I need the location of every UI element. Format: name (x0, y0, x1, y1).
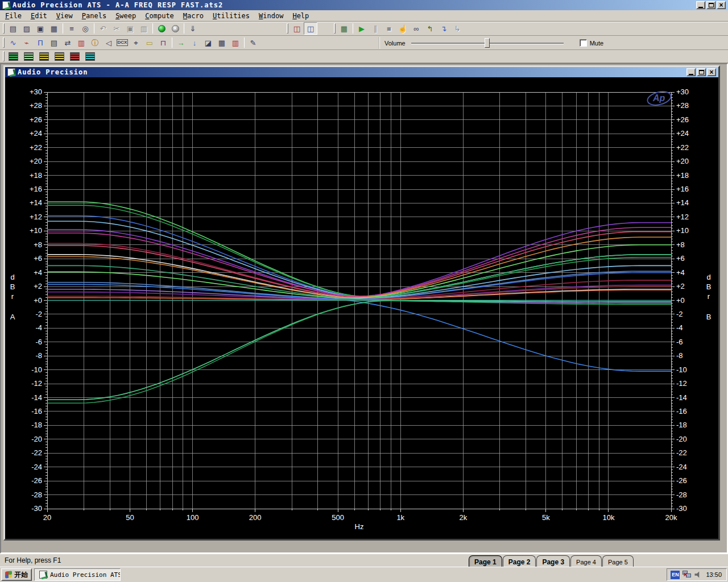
taskbar-task-button[interactable]: Audio Precision ATS... (34, 568, 121, 581)
bar-graph-button[interactable]: ▥ (229, 36, 242, 49)
graph-display-button[interactable]: ◪ (201, 36, 215, 49)
x-tick-label: 1k (396, 513, 404, 522)
sweep-stop-button[interactable]: ■ (382, 22, 396, 35)
status-info-button[interactable]: ⓘ (88, 36, 102, 49)
toolbar-gripper[interactable] (3, 51, 5, 61)
monitor-a-button[interactable]: ◫ (290, 22, 304, 35)
y-tick-label-right: -26 (676, 476, 687, 485)
task-app-icon (39, 571, 47, 579)
paste-button[interactable]: ▥ (137, 22, 151, 35)
page-tabs: Page 1Page 2Page 3Page 4Page 5 (469, 555, 634, 567)
sweep-go-button[interactable]: ▶ (355, 22, 369, 35)
wave-tool-icon: ⌁ (24, 39, 29, 47)
menu-help[interactable]: Help (288, 11, 313, 21)
pan-hand-button[interactable]: ☝ (396, 22, 410, 35)
open-button[interactable]: ▨ (20, 22, 34, 35)
monitor-b-button[interactable]: ◫ (304, 22, 317, 35)
y-tick-label-right: -4 (676, 323, 683, 332)
menu-compute[interactable]: Compute (141, 11, 178, 21)
sweep-pause-button[interactable]: ∥ (369, 22, 382, 35)
tab-page-3[interactable]: Page 3 (536, 555, 570, 567)
tab-page-1[interactable]: Page 1 (469, 555, 502, 567)
menu-sweep[interactable]: Sweep (111, 11, 140, 21)
switcher-button[interactable]: ⌖ (129, 36, 143, 49)
start-button[interactable] (155, 22, 168, 35)
report-editor-button[interactable]: ✎ (246, 36, 260, 49)
volume-slider[interactable] (411, 38, 564, 48)
menu-view[interactable]: View (52, 11, 77, 21)
menu-file[interactable]: File (1, 11, 26, 21)
stop-button[interactable]: × (168, 22, 182, 35)
regulate-1-button[interactable]: ↰ (423, 22, 437, 35)
toolbar-gripper[interactable] (3, 23, 5, 34)
tab-page-4[interactable]: Page 4 (570, 555, 602, 567)
sweep-panel-button[interactable]: ▭ (143, 36, 156, 49)
network-offline-icon[interactable]: × (682, 571, 692, 579)
workspace-4-icon (55, 52, 64, 61)
taskbar-clock: 13:50 (705, 571, 722, 578)
save-button[interactable]: ▣ (34, 22, 47, 35)
regulate-3-button[interactable]: ↳ (450, 22, 464, 35)
digital-generator-button[interactable]: Π (34, 36, 47, 49)
new-button[interactable]: ▤ (6, 22, 20, 35)
regulate-2-button[interactable]: ↴ (437, 22, 450, 35)
language-indicator[interactable]: EN (671, 571, 680, 579)
toolbar-gripper[interactable] (334, 23, 336, 34)
settling-button[interactable]: ▥ (75, 36, 88, 49)
mute-checkbox[interactable] (580, 39, 587, 47)
close-icon[interactable]: × (717, 1, 726, 9)
pan-hand-icon: ☝ (398, 25, 407, 32)
undo-button[interactable]: ↶ (96, 22, 110, 35)
workspace-2-button[interactable] (22, 50, 35, 63)
go-arrow-button[interactable]: → (174, 36, 188, 49)
digital-io-button[interactable]: ⇄ (61, 36, 75, 49)
append-arrow-button[interactable]: ↓ (188, 36, 201, 49)
tab-page-2[interactable]: Page 2 (503, 555, 536, 567)
y-tick-label-right: +28 (676, 101, 689, 110)
maximize-icon[interactable] (706, 1, 715, 9)
print-button[interactable]: ≡ (65, 22, 78, 35)
workspace-1-button[interactable] (6, 50, 20, 63)
menu-panels[interactable]: Panels (78, 11, 110, 21)
workspace-6-icon (85, 52, 95, 61)
workspace-3-button[interactable] (37, 50, 51, 63)
inner-titlebar[interactable]: Audio Precision × (5, 67, 718, 77)
panel-setup-button[interactable]: ▦ (337, 22, 351, 35)
save-all-button[interactable]: ▦ (47, 22, 61, 35)
export-button[interactable]: ⇓ (186, 22, 200, 35)
monitors-glasses-button[interactable]: ∞ (410, 22, 423, 35)
analog-generator-icon: ∿ (10, 39, 16, 47)
cut-button[interactable]: ✂ (110, 22, 123, 35)
toolbar-separator (353, 23, 353, 34)
minimize-icon[interactable] (696, 1, 705, 9)
menu-edit[interactable]: Edit (27, 11, 51, 21)
toolbar-gripper[interactable] (287, 23, 288, 34)
inner-maximize-icon[interactable] (697, 68, 706, 76)
y-axis-label: r (708, 292, 710, 301)
wave-tool-button[interactable]: ⌁ (20, 36, 34, 49)
workspace-4-button[interactable] (52, 50, 66, 63)
menu-utilities[interactable]: Utilities (209, 11, 254, 21)
workspace-6-button[interactable] (83, 50, 97, 63)
speaker-monitor-button[interactable]: ◁ (102, 36, 115, 49)
print-preview-button[interactable]: ◎ (78, 22, 92, 35)
copy-button[interactable]: ▣ (123, 22, 137, 35)
toolbar-gripper[interactable] (3, 38, 5, 48)
start-button[interactable]: 开始 (1, 568, 32, 581)
dcx-panel-button[interactable]: DCX (115, 36, 129, 49)
monitor-b-icon: ◫ (307, 25, 314, 32)
inner-minimize-icon[interactable] (686, 68, 696, 76)
workspace-5-button[interactable] (68, 50, 81, 63)
analyzer-button[interactable]: ▤ (47, 36, 61, 49)
digital-analyzer-button[interactable]: ⊓ (156, 36, 170, 49)
tab-page-5[interactable]: Page 5 (602, 555, 634, 567)
windows-flag-icon (5, 571, 12, 578)
menu-macro[interactable]: Macro (179, 11, 208, 21)
y-tick-label-right: -12 (676, 379, 687, 388)
analog-generator-button[interactable]: ∿ (6, 36, 20, 49)
data-editor-button[interactable]: ▦ (215, 36, 229, 49)
volume-thumb[interactable] (485, 38, 490, 48)
inner-close-icon[interactable]: × (707, 68, 716, 76)
speaker-icon[interactable] (694, 571, 702, 578)
menu-window[interactable]: Window (255, 11, 287, 21)
